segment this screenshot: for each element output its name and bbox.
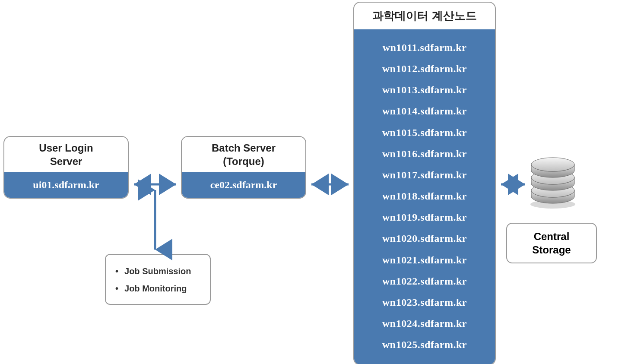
arrow-compute-storage [496,177,530,191]
annotation-item: Job Monitoring [115,280,200,297]
login-title-line1: User Login [39,142,93,154]
compute-nodes-list: wn1011.sdfarm.kr wn1012.sdfarm.kr wn1013… [354,29,495,364]
compute-node: wn1022.sdfarm.kr [358,271,491,292]
batch-title-line1: Batch Server [212,142,276,154]
batch-server-host: ce02.sdfarm.kr [182,172,305,198]
compute-node: wn1012.sdfarm.kr [358,58,491,79]
annotation-item: Job Submission [115,263,200,280]
compute-node: wn1023.sdfarm.kr [358,292,491,313]
database-icon [525,153,581,209]
compute-node: wn1016.sdfarm.kr [358,143,491,165]
storage-line2: Storage [532,244,571,256]
compute-node: wn1024.sdfarm.kr [358,313,491,334]
login-title-line2: Server [50,155,82,167]
compute-node: wn1013.sdfarm.kr [358,79,491,101]
batch-server-box: Batch Server (Torque) ce02.sdfarm.kr [181,136,306,199]
login-server-host: ui01.sdfarm.kr [4,172,128,198]
login-server-box: User Login Server ui01.sdfarm.kr [3,136,129,199]
storage-label-box: Central Storage [506,223,597,263]
compute-node: wn1014.sdfarm.kr [358,101,491,122]
annotation-box: Job Submission Job Monitoring [105,254,211,305]
login-server-header: User Login Server [4,137,128,172]
compute-node: wn1011.sdfarm.kr [358,37,491,58]
arrow-batch-compute [306,177,354,191]
compute-node: wn1021.sdfarm.kr [358,250,491,271]
compute-node: wn1018.sdfarm.kr [358,186,491,207]
storage-line1: Central [534,231,570,242]
compute-node: wn1015.sdfarm.kr [358,122,491,143]
batch-title-line2: (Torque) [223,155,264,167]
compute-nodes-title: 과학데이터 계산노드 [354,3,495,29]
svg-point-3 [531,158,574,171]
arrow-annotation [148,185,162,255]
compute-node: wn1020.sdfarm.kr [358,228,491,249]
batch-server-header: Batch Server (Torque) [182,137,305,172]
compute-nodes-box: 과학데이터 계산노드 wn1011.sdfarm.kr wn1012.sdfar… [353,2,496,364]
compute-node: wn1019.sdfarm.kr [358,207,491,228]
compute-node: wn1025.sdfarm.kr [358,334,491,355]
compute-node: wn1017.sdfarm.kr [358,165,491,186]
